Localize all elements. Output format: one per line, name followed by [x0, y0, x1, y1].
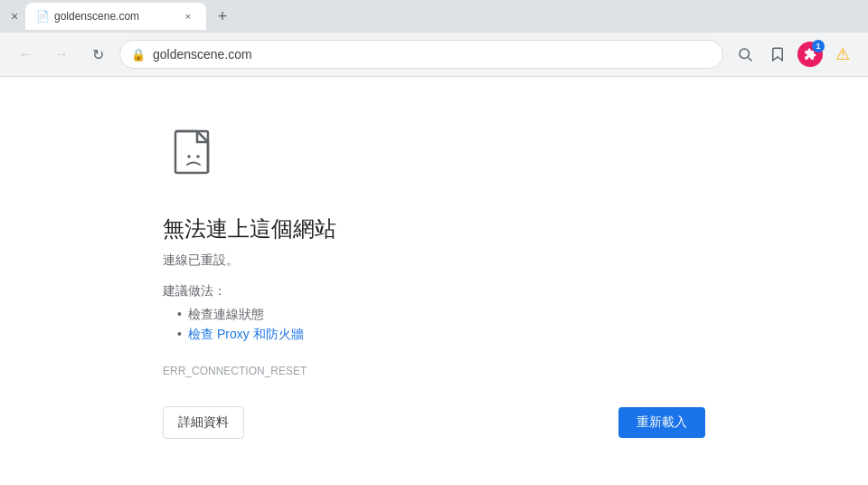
error-container: 無法連上這個網站 連線已重設。 建議做法： 檢查連線狀態 檢查 Proxy 和防…	[163, 124, 705, 439]
tab-bar: × 📄 goldenscene.com × +	[0, 0, 868, 33]
url-input[interactable]	[153, 47, 712, 62]
tab-favicon-icon: 📄	[36, 10, 49, 23]
page-content: 無法連上這個網站 連線已重設。 建議做法： 檢查連線狀態 檢查 Proxy 和防…	[0, 77, 868, 485]
browser-tab[interactable]: 📄 goldenscene.com ×	[25, 3, 206, 30]
svg-line-4	[197, 131, 208, 142]
svg-line-1	[749, 58, 752, 62]
address-bar[interactable]: 🔒	[119, 40, 723, 69]
suggestion-text-1: 檢查連線狀態	[188, 307, 264, 321]
svg-point-7	[196, 155, 200, 158]
suggestions-label: 建議做法：	[163, 283, 226, 300]
tab-title: goldenscene.com	[54, 10, 181, 23]
svg-point-6	[187, 155, 191, 158]
lock-icon: 🔒	[131, 48, 146, 62]
back-button[interactable]: ←	[11, 40, 40, 69]
details-button[interactable]: 詳細資料	[163, 406, 244, 439]
error-title: 無法連上這個網站	[163, 214, 336, 243]
error-subtitle: 連線已重設。	[163, 252, 239, 269]
extensions-button[interactable]: 1	[796, 40, 825, 69]
new-tab-button[interactable]: +	[210, 4, 235, 29]
reload-page-button[interactable]: 重新載入	[618, 407, 705, 438]
suggestion-link-2[interactable]: 檢查 Proxy 和防火牆	[188, 327, 304, 341]
error-code: ERR_CONNECTION_RESET	[163, 365, 307, 377]
buttons-row: 詳細資料 重新載入	[163, 406, 705, 439]
browser-chrome: × 📄 goldenscene.com × + ← → ↻ 🔒	[0, 0, 868, 77]
extensions-icon: 1	[797, 42, 823, 67]
list-item: 檢查連線狀態	[177, 307, 304, 323]
tab-close-icon[interactable]: ×	[7, 9, 22, 24]
extensions-badge: 1	[812, 40, 825, 52]
forward-button[interactable]: →	[47, 40, 76, 69]
tab-close-button[interactable]: ×	[181, 9, 195, 24]
svg-point-0	[740, 49, 750, 59]
nav-bar: ← → ↻ 🔒	[0, 33, 868, 76]
suggestions-list: 檢查連線狀態 檢查 Proxy 和防火牆	[163, 307, 304, 347]
list-item: 檢查 Proxy 和防火牆	[177, 327, 304, 343]
reload-button[interactable]: ↻	[83, 40, 112, 69]
warning-icon-button[interactable]: ⚠	[828, 40, 857, 69]
toolbar-icons: 1 ⚠	[731, 40, 857, 69]
warning-icon: ⚠	[835, 44, 850, 64]
bookmark-icon-button[interactable]	[763, 40, 792, 69]
error-icon-wrap	[163, 124, 228, 193]
search-icon-button[interactable]	[731, 40, 760, 69]
error-page-icon	[163, 124, 228, 189]
